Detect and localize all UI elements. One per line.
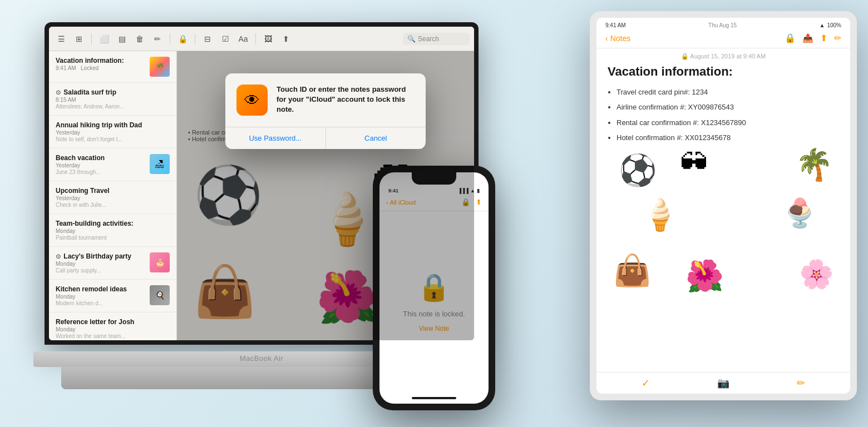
use-password-button[interactable]: Use Password...	[225, 127, 326, 149]
note-item-teambuilding[interactable]: Team-building activities: Monday Paintba…	[49, 214, 176, 247]
note-item-4: Hotel confirmation #: XX012345678	[617, 131, 839, 144]
lock-indicator-birthday: ⊙	[56, 253, 61, 260]
ipad-sticker-flower: 🌺	[685, 258, 724, 294]
note-item-beach[interactable]: Beach vacation Yesterday June 23 through…	[49, 148, 176, 181]
note-item-vacation[interactable]: Vacation information: 9:41 AM Locked 🌴	[49, 51, 176, 83]
note-title-hiking: Annual hiking trip with Dad	[56, 121, 170, 129]
ipad-upload-icon[interactable]: 📤	[802, 33, 813, 43]
note-item-birthday-text: ⊙ Lacy's Birthday party Monday Call part…	[56, 252, 145, 274]
note-thumb-birthday: 🎂	[150, 252, 170, 272]
search-box[interactable]: 🔍 Search	[403, 33, 470, 45]
ipad-toolbar-draw[interactable]: ✏	[797, 377, 805, 389]
wifi-icon: ▲	[820, 22, 825, 28]
macbook-display: ☰ ⊞ ⬜ ▤ 🗑 ✏ 🔒 ⊟ ☑ Aa 🖼 ⬆ 🔍 Search	[49, 27, 474, 340]
gallery-button[interactable]: ▤	[114, 31, 130, 47]
note-item-birthday[interactable]: ⊙ Lacy's Birthday party Monday Call part…	[49, 247, 176, 280]
ipad-screen: 9:41 AM Thu Aug 15 ▲ 100% ‹ Notes 🔒 📤 ⬆ …	[596, 18, 850, 394]
note-preview-kitchen: Modern kitchen d...	[56, 300, 145, 306]
ipad-status-bar: 9:41 AM Thu Aug 15 ▲ 100%	[596, 18, 850, 31]
note-meta-hiking: Yesterday	[56, 130, 170, 136]
notes-content: ⚽ 🍦 👜 🌺 🕶 • Rental car confirmation #: X…	[177, 51, 474, 340]
delete-button[interactable]: 🗑	[132, 31, 147, 47]
note-preview-birthday: Call party supply...	[56, 267, 145, 274]
ipad-stickers: ⚽ 🕶 🌴 🍦 🍨 👜 🌺 🌸	[608, 147, 839, 372]
ipad-nav-actions: 🔒 📤 ⬆ ✏	[785, 33, 841, 43]
note-meta-birthday: Monday	[56, 261, 145, 267]
toolbar-separator-2	[170, 33, 170, 44]
ipad-sticker-tree: 🌴	[795, 147, 834, 183]
ipad-date: Thu Aug 15	[708, 22, 737, 28]
checklist-button[interactable]: ☑	[218, 31, 233, 47]
grid-view-button[interactable]: ⊞	[71, 31, 87, 47]
ipad-sticker-bag: 👜	[613, 252, 652, 289]
share-button[interactable]: ⬆	[278, 31, 294, 47]
note-item-1: Travel credit card pin#: 1234	[617, 86, 839, 98]
note-title-kitchen: Kitchen remodel ideas	[56, 285, 145, 293]
back-chevron-icon: ‹	[605, 34, 608, 43]
ipad-lock-icon[interactable]: 🔒	[785, 33, 796, 43]
compose-button[interactable]: ✏	[150, 31, 165, 47]
note-title-travel: Upcoming Travel	[56, 187, 170, 195]
ipad-note-content: Vacation information: Travel credit card…	[596, 64, 850, 372]
dialog-overlay: 👁 Touch ID or enter the notes password f…	[177, 51, 474, 340]
dialog-buttons: Use Password... Cancel	[225, 127, 426, 149]
ipad-back-button[interactable]: ‹ Notes	[605, 34, 630, 43]
note-meta-travel: Yesterday	[56, 195, 170, 201]
notes-sidebar: Vacation information: 9:41 AM Locked 🌴	[49, 51, 177, 340]
note-item-travel[interactable]: Upcoming Travel Yesterday Check in with …	[49, 181, 176, 214]
note-preview-saladita: Attendees: Andrew, Aaron...	[56, 103, 170, 110]
password-dialog: 👁 Touch ID or enter the notes password f…	[225, 73, 426, 149]
macbook-screen: ☰ ⊞ ⬜ ▤ 🗑 ✏ 🔒 ⊟ ☑ Aa 🖼 ⬆ 🔍 Search	[45, 22, 479, 345]
dialog-title: Touch ID or enter the notes password for…	[277, 85, 415, 115]
ipad-note-title: Vacation information:	[608, 64, 839, 79]
note-title-teambuilding: Team-building activities:	[56, 220, 170, 227]
ipad-sticker-icecream2: 🍨	[782, 197, 817, 229]
note-item-3: Rental car confirmation #: X1234567890	[617, 116, 839, 129]
note-meta-beach: Yesterday	[56, 162, 145, 168]
ipad-share-icon[interactable]: ⬆	[820, 33, 827, 43]
ipad-toolbar-check[interactable]: ✓	[642, 377, 650, 389]
lock-button[interactable]: 🔒	[175, 31, 190, 47]
iphone-upload-icon[interactable]: ⬆	[476, 198, 482, 206]
ipad-nav: ‹ Notes 🔒 📤 ⬆ ✏	[596, 31, 850, 48]
ipad-note-body: Travel credit card pin#: 1234 Airline co…	[608, 86, 839, 145]
note-item-teambuilding-text: Team-building activities: Monday Paintba…	[56, 220, 170, 241]
note-preview-teambuilding: Paintball tournament	[56, 235, 170, 241]
note-meta-saladita: 8:15 AM	[56, 97, 170, 103]
note-item-reference[interactable]: Reference letter for Josh Monday Worked …	[49, 312, 176, 340]
note-item-kitchen[interactable]: Kitchen remodel ideas Monday Modern kitc…	[49, 280, 176, 312]
ipad-sticker-sunglasses: 🕶	[680, 147, 708, 179]
sidebar-toggle-button[interactable]: ☰	[53, 31, 69, 47]
note-item-saladita[interactable]: ⊙ Saladita surf trip 8:15 AM Attendees: …	[49, 83, 176, 116]
note-thumb-vacation: 🌴	[150, 57, 170, 77]
note-meta-vacation: 9:41 AM Locked	[56, 65, 145, 71]
toolbar-separator-3	[195, 33, 195, 44]
ipad-toolbar: ✓ 📷 ✏	[596, 372, 850, 394]
note-item-hiking-text: Annual hiking trip with Dad Yesterday No…	[56, 121, 170, 142]
note-title-birthday: ⊙ Lacy's Birthday party	[56, 252, 145, 260]
notes-body: Vacation information: 9:41 AM Locked 🌴	[49, 51, 474, 340]
folder-button[interactable]: ⬜	[96, 31, 112, 47]
note-item-saladita-text: ⊙ Saladita surf trip 8:15 AM Attendees: …	[56, 88, 170, 110]
ipad-note-date: 🔒 August 15, 2019 at 9:40 AM	[596, 48, 850, 64]
toolbar-separator	[91, 33, 92, 44]
note-thumb-beach: 🏖	[150, 154, 170, 174]
note-item-vacation-text: Vacation information: 9:41 AM Locked	[56, 57, 145, 71]
note-meta-teambuilding: Monday	[56, 228, 170, 234]
ipad-toolbar-camera[interactable]: 📷	[717, 377, 729, 389]
note-preview-reference: Worked on the same team...	[56, 333, 170, 339]
note-preview-hiking: Note to self, don't forget t...	[56, 136, 170, 142]
note-item-hiking[interactable]: Annual hiking trip with Dad Yesterday No…	[49, 116, 176, 148]
dialog-text-area: Touch ID or enter the notes password for…	[277, 85, 415, 115]
ipad-sticker-icecream: 🍦	[641, 197, 679, 233]
note-preview-travel: Check in with Julie...	[56, 202, 170, 208]
ipad-sticker-ball: ⚽	[619, 152, 657, 188]
table-button[interactable]: ⊟	[200, 31, 215, 47]
media-button[interactable]: 🖼	[260, 31, 276, 47]
format-button[interactable]: Aa	[235, 31, 251, 47]
note-title-beach: Beach vacation	[56, 154, 145, 162]
ipad-compose-icon[interactable]: ✏	[834, 33, 841, 43]
cancel-button[interactable]: Cancel	[326, 127, 426, 149]
note-thumb-kitchen: 🍳	[150, 285, 170, 305]
macbook: ☰ ⊞ ⬜ ▤ 🗑 ✏ 🔒 ⊟ ☑ Aa 🖼 ⬆ 🔍 Search	[33, 22, 490, 389]
